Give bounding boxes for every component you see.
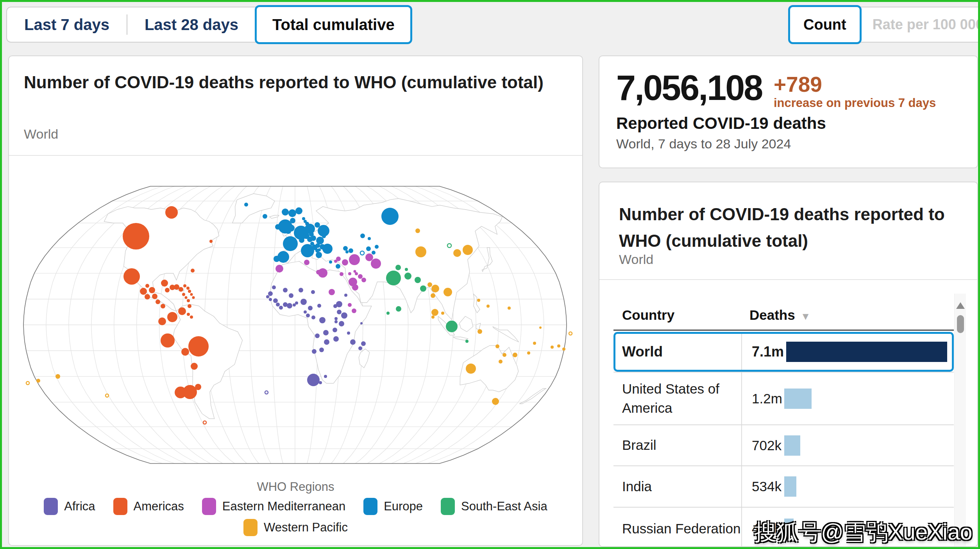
map-bubble[interactable] [381,208,399,225]
map-bubble[interactable] [309,232,314,237]
map-bubble[interactable] [306,314,310,317]
map-bubble[interactable] [375,245,379,249]
map-bubble[interactable] [368,237,371,240]
map-bubble[interactable] [444,288,452,296]
map-bubble[interactable] [334,320,338,323]
map-bubble[interactable] [527,351,530,355]
legend-item-south-east-asia[interactable]: South-East Asia [441,498,547,515]
scroll-up-icon[interactable] [956,302,965,309]
map-bubble[interactable] [446,321,458,332]
map-bubble[interactable] [123,223,149,250]
table-row-india[interactable]: India534k [613,465,954,507]
map-bubble[interactable] [277,251,289,263]
map-bubble[interactable] [188,290,191,293]
map-bubble[interactable] [366,246,371,251]
map-bubble[interactable] [183,284,186,287]
map-bubble[interactable] [360,234,365,238]
map-bubble[interactable] [145,284,149,288]
legend-item-americas[interactable]: Americas [113,498,184,515]
map-bubble[interactable] [386,271,401,285]
table-row-united-states-of-america[interactable]: United States of America1.2m [613,372,954,424]
map-bubble[interactable] [188,336,209,356]
map-bubble[interactable] [361,341,366,346]
map-bubble[interactable] [304,310,307,314]
map-bubble[interactable] [503,353,506,357]
map-bubble[interactable] [562,348,565,351]
map-bubble[interactable] [283,236,298,251]
map-bubble[interactable] [557,344,560,348]
map-bubble[interactable] [190,293,193,296]
map-bubble[interactable] [333,336,339,342]
legend-item-eastern-mediterranean[interactable]: Eastern Mediterranean [202,498,345,515]
map-bubble[interactable] [323,330,329,335]
map-bubble[interactable] [203,421,206,424]
map-bubble[interactable] [301,244,314,257]
map-bubble[interactable] [431,309,438,316]
column-header-country[interactable]: Country [622,307,674,323]
tab-count[interactable]: Count [788,5,862,44]
map-bubble[interactable] [315,333,320,338]
map-bubble[interactable] [441,312,444,315]
map-bubble[interactable] [348,303,352,307]
map-bubble[interactable] [272,285,276,289]
map-bubble[interactable] [317,304,321,308]
map-bubble[interactable] [282,209,289,216]
map-bubble[interactable] [415,277,421,283]
map-bubble[interactable] [161,280,168,287]
map-bubble[interactable] [279,306,283,310]
map-bubble[interactable] [26,381,29,385]
map-bubble[interactable] [195,384,201,390]
map-bubble[interactable] [336,264,340,269]
legend-item-africa[interactable]: Africa [44,498,95,515]
map-bubble[interactable] [174,284,179,290]
map-bubble[interactable] [307,374,320,386]
map-bubble[interactable] [386,312,390,315]
map-bubble[interactable] [463,245,473,255]
map-bubble[interactable] [149,287,155,293]
map-bubble[interactable] [181,348,189,356]
map-bubble[interactable] [302,217,305,220]
map-bubble[interactable] [275,224,281,230]
map-bubble[interactable] [187,313,190,316]
map-bubble[interactable] [395,265,401,270]
map-bubble[interactable] [263,214,267,219]
map-bubble[interactable] [427,282,432,287]
map-bubble[interactable] [288,209,296,217]
map-bubble[interactable] [405,268,408,271]
scrollbar-thumb[interactable] [957,315,964,333]
legend-item-western-pacific[interactable]: Western Pacific [243,519,348,536]
map-bubble[interactable] [183,385,197,399]
map-bubble[interactable] [179,287,183,292]
table-scrollbar[interactable] [954,294,966,547]
map-bubble[interactable] [347,332,350,335]
map-bubble[interactable] [36,379,40,383]
map-bubble[interactable] [342,259,348,266]
map-bubble[interactable] [316,252,322,258]
map-bubble[interactable] [352,308,356,313]
map-bubble[interactable] [319,348,324,352]
map-bubble[interactable] [329,260,332,264]
map-bubble[interactable] [324,375,327,378]
map-bubble[interactable] [265,391,268,394]
map-bubble[interactable] [404,273,411,280]
map-bubble[interactable] [275,265,283,273]
map-bubble[interactable] [287,303,292,308]
map-bubble[interactable] [495,344,499,348]
map-bubble[interactable] [315,222,320,228]
map-bubble[interactable] [431,285,439,292]
map-bubble[interactable] [466,364,476,374]
map-bubble[interactable] [415,246,426,257]
map-bubble[interactable] [311,315,315,319]
tab-last-28-days[interactable]: Last 28 days [127,16,256,34]
map-bubble[interactable] [334,317,338,320]
map-bubble[interactable] [333,328,337,332]
legend-item-europe[interactable]: Europe [363,498,423,515]
tab-total-cumulative[interactable]: Total cumulative [255,5,412,44]
map-bubble[interactable] [289,293,293,298]
map-bubble[interactable] [486,305,490,308]
map-bubble[interactable] [312,349,317,354]
map-bubble[interactable] [140,288,147,295]
map-bubble[interactable] [318,225,329,237]
map-bubble[interactable] [354,270,356,273]
map-bubble[interactable] [123,268,140,285]
